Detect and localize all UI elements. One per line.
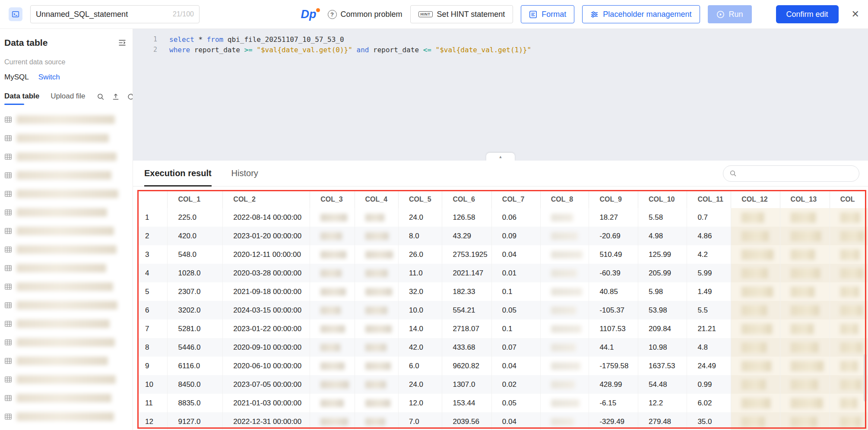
cell: -105.37 xyxy=(589,301,638,319)
collapse-editor-button[interactable]: ▲ xyxy=(486,153,515,161)
table-list-item[interactable] xyxy=(4,240,127,259)
tab-history[interactable]: History xyxy=(231,161,258,187)
cell: 35.0 xyxy=(687,412,731,430)
cell: 420.0 xyxy=(168,227,223,245)
collapse-sidebar-icon[interactable] xyxy=(118,38,127,47)
table-list-item[interactable] xyxy=(4,277,127,296)
table-list-item[interactable] xyxy=(4,259,127,277)
blurred-table-name xyxy=(16,338,115,347)
row-number-header[interactable] xyxy=(138,191,168,208)
blurred-cell xyxy=(731,319,780,338)
blurred-cell xyxy=(731,227,780,245)
upload-icon[interactable] xyxy=(112,93,120,101)
table-row: 63202.02024-03-15 00:00:0010.0554.210.05… xyxy=(138,301,868,319)
refresh-icon[interactable] xyxy=(127,93,133,101)
blurred-cell xyxy=(731,245,780,264)
column-header-col_10[interactable]: COL_10 xyxy=(638,191,687,208)
topbar: 21/100 Dp ? Common problem HINT Set HINT… xyxy=(0,0,868,29)
cell: 125.99 xyxy=(638,245,687,264)
blurred-cell xyxy=(540,227,589,245)
close-icon[interactable]: ✕ xyxy=(852,9,859,19)
run-label: Run xyxy=(729,10,743,19)
column-header-col_5[interactable]: COL_5 xyxy=(398,191,442,208)
table-row: 96116.02020-06-10 00:00:006.09620.820.04… xyxy=(138,357,868,375)
table-row: 41028.02020-03-28 00:00:0011.02021.1470.… xyxy=(138,264,868,282)
table-list-item[interactable] xyxy=(4,296,127,314)
cell: -60.39 xyxy=(589,264,638,282)
switch-source-link[interactable]: Switch xyxy=(38,73,60,82)
code-line: 2where report_date >= "$val{date_val.get… xyxy=(133,44,868,55)
table-list-item[interactable] xyxy=(4,110,127,129)
table-list-item[interactable] xyxy=(4,203,127,221)
row-number: 4 xyxy=(138,264,168,282)
set-hint-button[interactable]: HINT Set HINT statement xyxy=(410,5,513,23)
column-header-col_2[interactable]: COL_2 xyxy=(223,191,310,208)
blurred-cell xyxy=(540,338,589,357)
table-list-item[interactable] xyxy=(4,166,127,184)
table-list-item[interactable] xyxy=(4,370,127,389)
cell: 14.0 xyxy=(398,319,442,338)
column-header-col_3[interactable]: COL_3 xyxy=(310,191,355,208)
confirm-edit-button[interactable]: Confirm edit xyxy=(776,5,839,23)
blurred-cell xyxy=(540,357,589,375)
statement-name-field[interactable] xyxy=(36,10,169,19)
code-lines: 1select * from qbi_file_20251107_10_57_5… xyxy=(133,34,868,55)
table-row: 129127.02022-12-31 00:00:007.02039.560.0… xyxy=(138,412,868,430)
blurred-cell xyxy=(830,357,868,375)
table-list-item[interactable] xyxy=(4,184,127,203)
column-header-col_12[interactable]: COL_12 xyxy=(731,191,780,208)
blurred-cell xyxy=(780,208,830,227)
cell: 54.48 xyxy=(638,375,687,394)
result-search[interactable] xyxy=(723,165,859,182)
common-problem-link[interactable]: ? Common problem xyxy=(328,10,402,19)
run-button[interactable]: Run xyxy=(708,5,752,23)
tab-data-table[interactable]: Data table xyxy=(4,92,39,105)
blurred-table-name xyxy=(16,264,106,272)
row-number: 11 xyxy=(138,394,168,412)
column-header-col_8[interactable]: COL_8 xyxy=(540,191,589,208)
blurred-cell xyxy=(355,357,398,375)
placeholder-management-button[interactable]: Placeholder management xyxy=(582,5,700,23)
column-header-col_4[interactable]: COL_4 xyxy=(355,191,398,208)
blurred-cell xyxy=(731,264,780,282)
blurred-table-name xyxy=(16,134,109,142)
cell: 2024-03-15 00:00:00 xyxy=(223,301,310,319)
table-list-item[interactable] xyxy=(4,407,127,426)
format-button[interactable]: Format xyxy=(521,5,574,23)
table-list-item[interactable] xyxy=(4,314,127,333)
table-list-item[interactable] xyxy=(4,351,127,370)
column-header-col_1[interactable]: COL_1 xyxy=(168,191,223,208)
code-line: 1select * from qbi_file_20251107_10_57_5… xyxy=(133,34,868,44)
row-number: 8 xyxy=(138,338,168,357)
column-header-col[interactable]: COL xyxy=(830,191,868,208)
column-header-col_7[interactable]: COL_7 xyxy=(491,191,540,208)
tab-execution-result[interactable]: Execution result xyxy=(144,161,212,187)
table-list-item[interactable] xyxy=(4,333,127,351)
cell: 43.29 xyxy=(442,227,491,245)
tab-upload-file[interactable]: Upload file xyxy=(51,92,85,105)
table-list-item[interactable] xyxy=(4,129,127,147)
cell: 8835.0 xyxy=(168,394,223,412)
table-list-item[interactable] xyxy=(4,389,127,407)
column-header-col_9[interactable]: COL_9 xyxy=(589,191,638,208)
play-icon xyxy=(716,10,725,19)
vertical-scrollbar[interactable] xyxy=(864,354,867,402)
cell: -329.49 xyxy=(589,412,638,430)
row-number: 10 xyxy=(138,375,168,394)
column-header-col_13[interactable]: COL_13 xyxy=(780,191,830,208)
blurred-cell xyxy=(355,301,398,319)
blurred-cell xyxy=(355,412,398,430)
table-row: 52307.02021-09-18 00:00:0032.0182.330.14… xyxy=(138,282,868,301)
result-search-input[interactable] xyxy=(741,170,853,177)
table-list-item[interactable] xyxy=(4,221,127,240)
blurred-cell xyxy=(355,394,398,412)
cell: 0.04 xyxy=(491,412,540,430)
search-icon[interactable] xyxy=(97,93,105,101)
column-header-col_11[interactable]: COL_11 xyxy=(687,191,731,208)
cell: 1107.53 xyxy=(589,319,638,338)
statement-name-input[interactable]: 21/100 xyxy=(30,5,200,23)
table-list-item[interactable] xyxy=(4,147,127,166)
column-header-col_6[interactable]: COL_6 xyxy=(442,191,491,208)
cell: 24.0 xyxy=(398,375,442,394)
sql-editor[interactable]: 1select * from qbi_file_20251107_10_57_5… xyxy=(133,29,868,161)
